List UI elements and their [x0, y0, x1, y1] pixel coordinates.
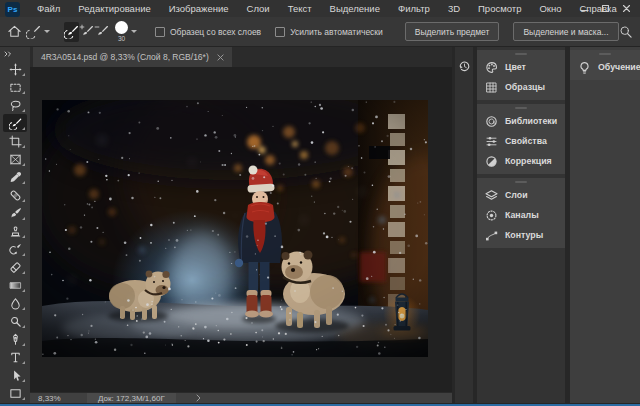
eyedropper-icon [9, 171, 22, 184]
maximize-button[interactable] [595, 1, 616, 15]
menu-filter[interactable]: Фильтр [389, 1, 439, 16]
panel-group-handle[interactable] [477, 104, 565, 111]
tool-type[interactable] [3, 348, 27, 366]
layers-icon [485, 189, 498, 202]
sample-all-layers-checkbox[interactable]: Образец со всех слоев [155, 27, 261, 37]
add-to-selection-mode-button[interactable] [79, 22, 94, 42]
menu-window[interactable]: Окно [530, 1, 570, 16]
subtract-from-selection-mode-button[interactable] [94, 22, 109, 42]
tool-gradient[interactable] [3, 276, 27, 294]
selection-brush-icon [64, 24, 79, 39]
tool-brush[interactable] [3, 204, 27, 222]
status-chevron-icon[interactable] [196, 394, 201, 402]
panel-tab-layers[interactable]: Слои [477, 185, 565, 205]
document-tab-bar: 4R3A0514.psd @ 8,33% (Слой 8, RGB/16*) [30, 47, 452, 67]
panel-tab-libraries[interactable]: Библиотеки [477, 111, 565, 131]
menu-edit[interactable]: Редактирование [69, 1, 159, 16]
search-icon[interactable] [619, 25, 633, 39]
chevron-down-icon [131, 30, 137, 33]
checkbox-icon [275, 27, 285, 37]
close-button[interactable] [616, 1, 637, 15]
collapse-tools-button[interactable] [0, 47, 30, 60]
history-icon[interactable] [458, 60, 471, 73]
rectangular-marquee-icon [9, 81, 22, 94]
menu-type[interactable]: Текст [279, 1, 321, 16]
close-icon [622, 4, 631, 13]
panel-tab-paths[interactable]: Контуры [477, 225, 565, 245]
document-info[interactable]: Док: 172,3M/1,60Г [87, 393, 176, 403]
tools-panel [0, 47, 30, 403]
healing-brush-icon [9, 189, 22, 202]
home-button[interactable] [7, 22, 22, 42]
menu-image[interactable]: Изображение [160, 1, 238, 16]
selection-brush-add-icon [79, 24, 94, 39]
path-selection-arrow-icon [9, 369, 22, 382]
zoom-level-field[interactable]: 8,33% [30, 394, 87, 403]
panel-group-handle[interactable] [570, 50, 640, 57]
brush-icon [9, 207, 22, 220]
eraser-icon [9, 261, 22, 274]
select-subject-button[interactable]: Выделить предмет [405, 22, 500, 41]
adjustments-icon [485, 155, 498, 168]
photo-document [42, 100, 428, 357]
rectangle-shape-icon [9, 387, 22, 400]
close-tab-icon[interactable] [217, 54, 224, 61]
tool-preset-picker[interactable] [26, 22, 50, 42]
dodge-icon [9, 315, 22, 328]
tool-quick-selection[interactable] [3, 114, 27, 132]
panel-group-handle[interactable] [477, 50, 565, 57]
frame-icon [9, 153, 22, 166]
tool-rectangular-marquee[interactable] [3, 78, 27, 96]
tool-spot-healing[interactable] [3, 186, 27, 204]
canvas-area[interactable] [30, 67, 452, 392]
tool-dodge[interactable] [3, 312, 27, 330]
color-icon [485, 61, 498, 74]
menu-3d[interactable]: 3D [439, 1, 469, 16]
collapsed-panel-strip [455, 47, 473, 403]
minimize-icon [580, 4, 589, 13]
menu-file[interactable]: Файл [28, 1, 69, 16]
tool-clone-stamp[interactable] [3, 222, 27, 240]
blur-drop-icon [9, 297, 22, 310]
panel-tab-channels[interactable]: Каналы [477, 205, 565, 225]
tool-blur[interactable] [3, 294, 27, 312]
tool-crop[interactable] [3, 132, 27, 150]
quick-selection-icon [9, 117, 22, 130]
history-brush-icon [9, 243, 22, 256]
document-tab[interactable]: 4R3A0514.psd @ 8,33% (Слой 8, RGB/16*) [33, 47, 232, 67]
double-chevron-icon [4, 51, 12, 57]
tool-frame[interactable] [3, 150, 27, 168]
tool-eraser[interactable] [3, 258, 27, 276]
menu-layers[interactable]: Слои [238, 1, 279, 16]
panel-tab-learn[interactable]: Обучение [570, 57, 640, 77]
document-title: 4R3A0514.psd @ 8,33% (Слой 8, RGB/16*) [41, 52, 209, 62]
menu-view[interactable]: Просмотр [469, 1, 530, 16]
sample-all-layers-label: Образец со всех слоев [170, 27, 261, 37]
libraries-icon [485, 115, 498, 128]
panel-group-layers: Слои Каналы Контуры [477, 178, 565, 248]
tool-lasso[interactable] [3, 96, 27, 114]
panel-tab-swatches[interactable]: Образцы [477, 77, 565, 97]
tool-pen[interactable] [3, 330, 27, 348]
menu-select[interactable]: Выделение [321, 1, 389, 16]
pen-icon [9, 333, 22, 346]
auto-enhance-checkbox[interactable]: Усилить автоматически [275, 27, 383, 37]
tool-path-selection[interactable] [3, 366, 27, 384]
photoshop-logo-icon[interactable]: Ps [5, 2, 20, 17]
tool-eyedropper[interactable] [3, 168, 27, 186]
minimize-button[interactable] [574, 1, 595, 15]
tool-move[interactable] [3, 60, 27, 78]
panel-tab-color[interactable]: Цвет [477, 57, 565, 77]
panel-dock: Цвет Образцы Библиотеки Свойства Коррекц… [477, 47, 565, 403]
select-and-mask-button[interactable]: Выделение и маска... [513, 22, 618, 41]
new-selection-mode-button[interactable] [64, 22, 79, 42]
panel-tab-adjustments[interactable]: Коррекция [477, 151, 565, 171]
panel-tab-properties[interactable]: Свойства [477, 131, 565, 151]
tool-rectangle[interactable] [3, 384, 27, 402]
brush-size-picker[interactable]: 30 [115, 21, 137, 42]
chevron-down-icon [44, 30, 50, 33]
panel-group-handle[interactable] [477, 178, 565, 185]
tool-history-brush[interactable] [3, 240, 27, 258]
window-controls [574, 1, 637, 15]
brush-preview-icon [115, 21, 128, 34]
